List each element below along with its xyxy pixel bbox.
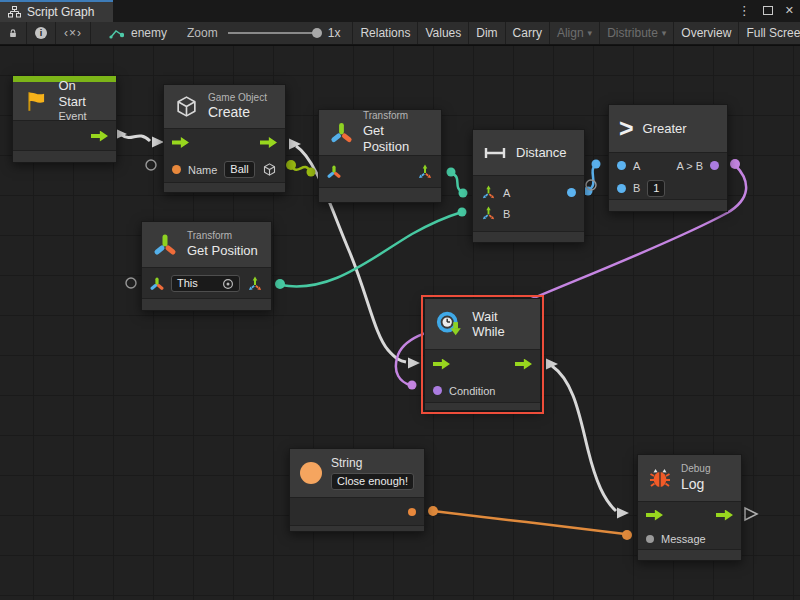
lock-button[interactable]: [0, 22, 27, 44]
node-distance[interactable]: Distance A B: [472, 129, 585, 243]
overview-button[interactable]: Overview: [674, 22, 739, 44]
chevron-down-icon: ▾: [662, 28, 667, 38]
zoom-slider[interactable]: [228, 32, 318, 34]
graph-breadcrumb[interactable]: enemy: [91, 22, 175, 44]
result-out-port[interactable]: [710, 161, 719, 170]
window-maximize-icon[interactable]: [763, 6, 773, 15]
target-field[interactable]: This: [171, 275, 240, 292]
condition-label: Condition: [449, 385, 495, 397]
node-string[interactable]: String Close enough!: [289, 448, 425, 532]
flow-out-port[interactable]: [91, 131, 108, 142]
node-wait-while[interactable]: Wait While Condition: [424, 298, 541, 411]
string-icon: [300, 462, 322, 484]
titlebar: Script Graph ⋮ ✕: [0, 0, 800, 22]
flow-out-port[interactable]: [716, 510, 733, 521]
fullscreen-button[interactable]: Full Screen: [739, 22, 800, 44]
node-footer: [290, 525, 424, 531]
vector3-in-port-a[interactable]: [481, 185, 496, 200]
flow-out-port[interactable]: [515, 359, 532, 370]
inspector-button[interactable]: i: [27, 22, 56, 44]
transform-in-port[interactable]: [327, 165, 341, 179]
graph-canvas[interactable]: On Start Event Game Object Create: [0, 45, 800, 600]
wire-endpoint-dot[interactable]: [458, 208, 467, 217]
wire-endpoint-dot[interactable]: [286, 160, 296, 170]
graph-node-icon: [109, 27, 124, 40]
transform-in-port[interactable]: [150, 277, 164, 291]
node-category: Transform: [363, 110, 431, 123]
message-in-port[interactable]: [646, 535, 654, 543]
b-in-port[interactable]: [617, 184, 626, 193]
game-object-out-port[interactable]: [262, 162, 277, 177]
zoom-slider-handle[interactable]: [312, 28, 322, 38]
info-icon: i: [35, 27, 47, 39]
wire-endpoint-dot[interactable]: [275, 279, 285, 289]
flow-out-port[interactable]: [260, 137, 277, 148]
node-greater[interactable]: > Greater A A > B B 1: [608, 104, 728, 212]
node-title: String: [331, 456, 414, 471]
a-in-port[interactable]: [617, 161, 626, 170]
flow-in-port[interactable]: [172, 137, 189, 148]
flow-continuation-icon: [745, 508, 757, 520]
carry-button[interactable]: Carry: [506, 22, 550, 44]
zoom-value: 1x: [328, 26, 341, 40]
transform-icon: [329, 120, 354, 146]
wire-onstart-to-create[interactable]: [122, 135, 150, 141]
window-close-icon[interactable]: ✕: [785, 4, 794, 17]
b-value-field[interactable]: 1: [647, 180, 665, 197]
bug-icon: [648, 466, 672, 490]
wire-distance-to-greater[interactable]: [588, 165, 596, 190]
node-title: Distance: [516, 145, 567, 160]
name-value-field[interactable]: Ball: [224, 161, 254, 178]
wire-endpoint-dot[interactable]: [459, 189, 468, 198]
zoom-label: Zoom: [187, 26, 218, 40]
node-title: Create: [208, 104, 267, 122]
node-title: Get Position: [187, 243, 258, 259]
flow-arrowhead: [408, 358, 420, 369]
values-button[interactable]: Values: [418, 22, 469, 44]
window-menu-icon[interactable]: ⋮: [738, 3, 751, 18]
tab-title: Script Graph: [27, 5, 94, 19]
wire-endpoint-dot[interactable]: [592, 160, 601, 169]
flow-in-port[interactable]: [646, 510, 663, 521]
wire-endpoint-dot[interactable]: [408, 381, 417, 390]
port-a-label: A: [503, 187, 510, 199]
node-title: Greater: [643, 121, 687, 136]
port-b-label: B: [503, 208, 510, 220]
wire-waitwhile-to-log[interactable]: [552, 366, 616, 511]
node-create[interactable]: Game Object Create Name Ball: [163, 84, 286, 193]
port-b-label: B: [633, 182, 640, 194]
node-on-start[interactable]: On Start Event: [12, 75, 117, 163]
wire-endpoint-dot[interactable]: [730, 159, 740, 169]
dim-button[interactable]: Dim: [469, 22, 505, 44]
string-value-field[interactable]: Close enough!: [331, 473, 414, 490]
wire-endpoint-dot[interactable]: [307, 168, 316, 177]
name-port-label: Name: [188, 164, 217, 176]
vector3-out-port[interactable]: [417, 164, 433, 180]
vector3-in-port-b[interactable]: [481, 206, 496, 221]
wire-string-to-message[interactable]: [433, 511, 625, 534]
condition-in-port[interactable]: [433, 386, 442, 395]
edit-source-button[interactable]: ‹×›: [56, 22, 91, 44]
name-input-port[interactable]: [172, 165, 181, 174]
node-get-position-b[interactable]: Transform Get Position This: [141, 221, 272, 311]
wire-endpoint-dot[interactable]: [447, 168, 456, 177]
vector3-out-port[interactable]: [247, 276, 263, 292]
node-footer: [13, 150, 116, 162]
node-category: Game Object: [208, 92, 267, 105]
message-label: Message: [661, 533, 706, 545]
graph-toolbar: i ‹×› enemy Zoom 1x Relations Values Dim…: [0, 22, 800, 45]
relations-button[interactable]: Relations: [353, 22, 418, 44]
wire-endpoint-dot[interactable]: [622, 530, 632, 540]
wire-getposition-to-distance-b[interactable]: [281, 212, 462, 286]
lock-icon: [8, 27, 18, 40]
string-out-port[interactable]: [408, 508, 416, 516]
node-get-position-a[interactable]: Transform Get Position: [318, 109, 442, 203]
object-picker-icon[interactable]: [222, 278, 234, 290]
tab-script-graph[interactable]: Script Graph: [0, 0, 113, 22]
node-debug-log[interactable]: Debug Log Message: [637, 454, 742, 561]
flow-in-port[interactable]: [433, 359, 450, 370]
wire-endpoint-dot[interactable]: [428, 506, 438, 516]
node-footer: [638, 549, 741, 560]
node-category: Transform: [187, 230, 258, 243]
number-out-port[interactable]: [567, 188, 576, 197]
